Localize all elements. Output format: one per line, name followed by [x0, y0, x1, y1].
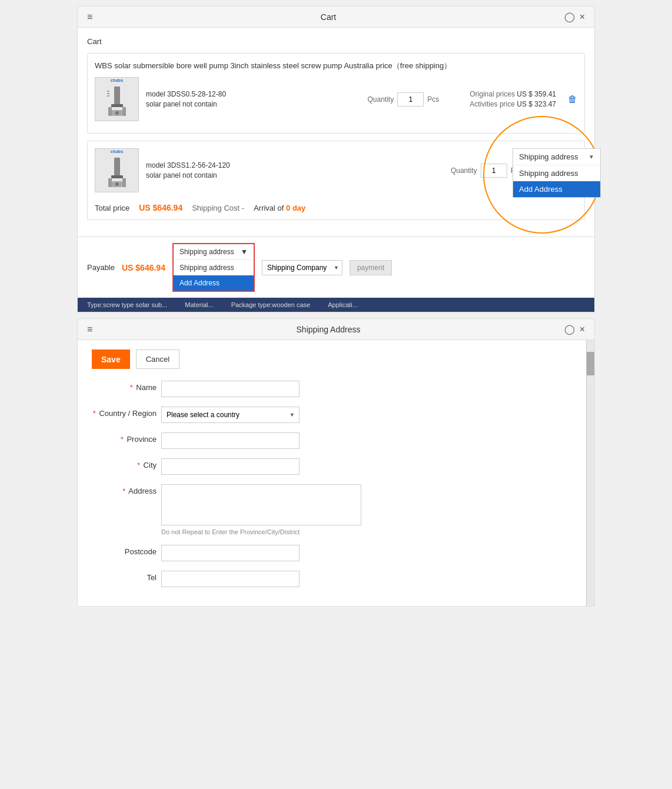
tel-input[interactable] — [161, 571, 300, 587]
quantity-label-2: Quantity — [451, 167, 477, 175]
tel-label: Tel — [92, 571, 157, 582]
form-area: Save Cancel * Name * Country / Region — [78, 340, 594, 606]
shipping-address-dropdown[interactable]: Shipping address ▼ Shipping address Add … — [172, 243, 255, 292]
product-solar-1: solar panel not contain — [146, 100, 361, 108]
dropdown-overlay-container: Shipping address ▼ Shipping address Add … — [495, 145, 583, 195]
product-solar-2: solar panel not contain — [146, 171, 444, 179]
svg-rect-3 — [122, 107, 126, 116]
cart-label: Cart — [87, 37, 585, 46]
cart-content: Cart WBS solar submersible bore well pum… — [78, 28, 594, 237]
shipping-option-2[interactable]: Add Address — [174, 275, 254, 291]
shipping-dropdown-label: Shipping address — [179, 248, 234, 256]
address-hint: Do not Repeat to Enter the Province/City… — [161, 528, 361, 535]
ticker-item-1: Type:screw type solar sub... — [87, 301, 167, 308]
ticker-strip: Type:screw type solar sub... Material...… — [78, 298, 594, 312]
postcode-group: Postcode — [92, 545, 577, 561]
quantity-section-1: Quantity Pcs — [368, 92, 440, 106]
name-input[interactable] — [161, 381, 300, 397]
product-image-2: ctubs — [95, 148, 139, 192]
header-left: ≡ — [87, 12, 92, 22]
quantity-input-1[interactable] — [397, 92, 424, 106]
svg-rect-2 — [108, 107, 112, 116]
ticker-item-2: Material... — [185, 301, 213, 308]
address-group: * Address Do not Repeat to Enter the Pro… — [92, 484, 577, 535]
address-textarea[interactable] — [161, 484, 361, 525]
tel-group: Tel — [92, 571, 577, 587]
city-input[interactable] — [161, 458, 300, 475]
province-input[interactable] — [161, 432, 300, 449]
product-card-2: ctubs model 3DSS1.2-56-24-120 — [87, 141, 585, 220]
postcode-input[interactable] — [161, 545, 300, 561]
city-label: * City — [92, 458, 157, 470]
shipping-dropdown-arrow: ▼ — [241, 248, 248, 256]
hamburger-icon[interactable]: ≡ — [87, 12, 92, 22]
city-group: * City — [92, 458, 577, 475]
postcode-label: Postcode — [92, 545, 157, 556]
shipping-company-select[interactable]: Shipping Company — [262, 260, 342, 275]
province-label: * Province — [92, 432, 157, 444]
product-card-1: WBS solar submersible bore well pump 3in… — [87, 53, 585, 134]
country-label: * Country / Region — [92, 407, 157, 418]
quantity-unit-1: Pcs — [427, 95, 439, 104]
svg-rect-0 — [114, 86, 120, 104]
circle-option-2[interactable]: Add Address — [513, 181, 600, 197]
product-model-1: model 3DSS0.5-28-12-80 — [146, 90, 361, 98]
arrival-label: Arrival of 0 day — [254, 204, 305, 212]
circle-dropdown: Shipping address ▼ Shipping address Add … — [513, 148, 601, 198]
product-row-1: ctubs model — [95, 77, 577, 121]
name-label: * Name — [92, 381, 157, 392]
svg-point-5 — [115, 111, 119, 115]
shipping-user-icon[interactable]: ◯ — [564, 324, 575, 335]
pump-svg-2 — [102, 157, 132, 192]
product-title-1: WBS solar submersible bore well pump 3in… — [95, 61, 577, 71]
scrollbar-thumb[interactable] — [587, 352, 594, 375]
delete-icon-1[interactable]: 🗑 — [568, 94, 577, 105]
user-icon[interactable]: ◯ — [564, 11, 575, 22]
form-scroll-wrapper: Save Cancel * Name * Country / Region — [78, 340, 594, 606]
shipping-option-1[interactable]: Shipping address — [174, 260, 254, 275]
shipping-window: ≡ Shipping Address ◯ × Save Cancel * Nam… — [77, 318, 595, 607]
scrollbar-track[interactable] — [586, 340, 594, 606]
cart-window: ≡ Cart ◯ × Cart WBS solar submersible bo… — [77, 6, 595, 312]
payable-price: US $646.94 — [122, 263, 165, 272]
svg-point-14 — [115, 182, 119, 186]
svg-rect-10 — [111, 175, 123, 178]
shipping-close-icon[interactable]: × — [580, 324, 585, 335]
form-buttons: Save Cancel — [92, 349, 577, 369]
shipping-window-header: ≡ Shipping Address ◯ × — [78, 319, 594, 340]
close-icon[interactable]: × — [580, 12, 585, 22]
svg-rect-12 — [122, 178, 126, 187]
province-required-star: * — [121, 435, 124, 444]
shipping-hamburger-icon[interactable]: ≡ — [87, 324, 92, 335]
ticker-item-3: Package type:wooden case — [231, 301, 311, 308]
country-select[interactable]: Please select a country — [161, 407, 300, 423]
city-required-star: * — [137, 461, 140, 470]
product-model-2: model 3DSS1.2-56-24-120 — [146, 161, 444, 169]
circle-option-1[interactable]: Shipping address — [513, 165, 600, 181]
save-button[interactable]: Save — [92, 349, 130, 369]
payment-button[interactable]: payment — [350, 260, 392, 275]
total-row: Total price US $646.94 Shipping Cost - A… — [95, 198, 577, 212]
address-label: * Address — [92, 484, 157, 495]
shipping-window-title: Shipping Address — [92, 325, 564, 334]
svg-rect-11 — [108, 178, 112, 187]
circle-dropdown-header[interactable]: Shipping address ▼ — [513, 149, 600, 165]
shipping-dropdown-header[interactable]: Shipping address ▼ — [174, 244, 254, 260]
shipping-cost-label: Shipping Cost - — [192, 204, 244, 212]
address-input-wrapper: Do not Repeat to Enter the Province/City… — [161, 484, 361, 535]
country-select-wrapper: Please select a country — [161, 407, 300, 423]
brand-logo-1: ctubs — [111, 78, 123, 83]
name-group: * Name — [92, 381, 577, 397]
total-label: Total price — [95, 204, 129, 212]
product-image-1: ctubs — [95, 77, 139, 121]
cart-window-header: ≡ Cart ◯ × — [78, 6, 594, 28]
circle-dropdown-box[interactable]: Shipping address ▼ Shipping address Add … — [513, 148, 601, 198]
payable-bar: Payable US $646.94 Shipping address ▼ Sh… — [78, 237, 594, 298]
shipping-header-left: ≡ — [87, 324, 92, 335]
header-right: ◯ × — [564, 11, 585, 22]
address-required-star: * — [122, 487, 125, 495]
price-section-1: Original prices US $ 359.41 Activities p… — [470, 90, 556, 108]
cancel-button[interactable]: Cancel — [136, 349, 179, 369]
ticker-item-4: Applicati... — [328, 301, 358, 308]
circle-dropdown-arrow: ▼ — [588, 154, 594, 160]
